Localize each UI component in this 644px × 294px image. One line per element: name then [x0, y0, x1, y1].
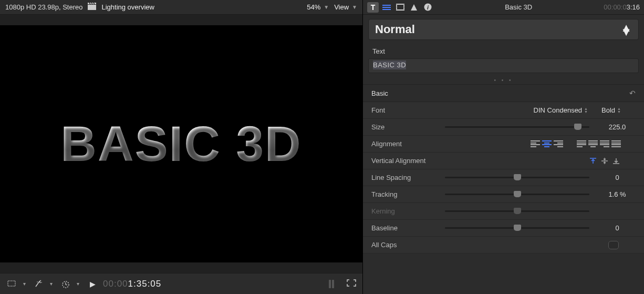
- tracking-label: Tracking: [371, 190, 445, 198]
- text-input[interactable]: BASIC 3D: [368, 58, 639, 73]
- allcaps-row: All Caps: [363, 237, 644, 254]
- size-label: Size: [371, 123, 445, 131]
- kerning-label: Kerning: [371, 207, 445, 215]
- valign-top-icon[interactable]: [588, 157, 598, 165]
- baseline-label: Baseline: [371, 224, 445, 232]
- zoom-value[interactable]: 54%: [307, 3, 320, 11]
- tracking-value[interactable]: 1.6 %: [599, 190, 636, 198]
- inspector-tabs: T i Basic 3D 00:00:03:16: [363, 0, 644, 15]
- justify-center-icon[interactable]: [588, 140, 598, 148]
- canvas-3d-text[interactable]: BASIC 3D: [60, 115, 302, 173]
- svg-rect-15: [397, 4, 397, 5]
- line-spacing-label: Line Spacing: [371, 174, 445, 181]
- font-weight-select[interactable]: Bold ▲▼: [601, 106, 621, 114]
- allcaps-label: All Caps: [371, 241, 445, 249]
- basic-section-header[interactable]: Basic ↶: [363, 84, 644, 102]
- inspector-tc-bright: 3:16: [627, 3, 640, 11]
- svg-marker-23: [411, 4, 417, 11]
- align-left-icon[interactable]: [531, 140, 540, 148]
- svg-point-7: [37, 281, 38, 282]
- baseline-value[interactable]: 0: [599, 224, 636, 232]
- chevron-down-icon[interactable]: ▾: [23, 281, 26, 287]
- svg-rect-17: [397, 7, 397, 8]
- svg-rect-5: [8, 281, 15, 286]
- viewer-canvas[interactable]: BASIC 3D: [0, 25, 362, 262]
- baseline-slider[interactable]: [445, 227, 595, 229]
- view-menu[interactable]: View: [334, 3, 349, 11]
- fullscreen-icon[interactable]: [347, 279, 356, 288]
- effects-tool-icon[interactable]: [33, 279, 45, 289]
- clip-name: Lighting overview: [101, 3, 302, 11]
- allcaps-checkbox[interactable]: [608, 241, 619, 249]
- viewer-bottombar: ▾ ▾ ▾ ▶ 00:001:35:05: [0, 273, 362, 294]
- audio-meter-icon[interactable]: [329, 280, 334, 288]
- font-weight-value: Bold: [601, 106, 615, 114]
- svg-rect-18: [397, 9, 397, 9]
- transform-tool-icon[interactable]: [6, 279, 18, 289]
- retime-tool-icon[interactable]: [60, 279, 71, 289]
- baseline-row: Baseline 0: [363, 220, 644, 237]
- drag-handle-icon[interactable]: • • •: [363, 76, 644, 84]
- alignment-label: Alignment: [371, 140, 445, 148]
- font-row: Font DIN Condensed ▲▼ Bold ▲▼: [363, 102, 644, 119]
- alignment-row: Alignment: [363, 136, 644, 153]
- kerning-slider: [445, 210, 595, 212]
- font-label: Font: [371, 106, 445, 114]
- align-right-icon[interactable]: [554, 140, 563, 148]
- format-label: 1080p HD 23.98p, Stereo: [5, 3, 82, 11]
- chevron-down-icon[interactable]: ▾: [50, 281, 53, 287]
- generator-inspector-tab[interactable]: [408, 2, 420, 13]
- valign-row: Vertical Alignment: [363, 153, 644, 169]
- line-spacing-slider[interactable]: [445, 177, 595, 178]
- font-family-select[interactable]: DIN Condensed ▲▼: [534, 106, 588, 114]
- size-row: Size 225.0: [363, 119, 644, 136]
- text-inspector-tab[interactable]: T: [367, 2, 379, 13]
- font-family-value: DIN Condensed: [534, 106, 583, 114]
- viewer-timecode[interactable]: 00:001:35:05: [103, 278, 161, 289]
- svg-rect-16: [397, 6, 397, 6]
- text-style-select[interactable]: Normal ▲▼: [368, 19, 639, 40]
- valign-middle-icon[interactable]: [600, 157, 609, 165]
- title-inspector-tab[interactable]: [381, 2, 392, 13]
- chevron-down-icon[interactable]: ▼: [352, 4, 357, 10]
- timecode-dim: 00:00: [103, 279, 128, 289]
- video-inspector-tab[interactable]: [394, 2, 406, 13]
- svg-rect-11: [382, 7, 391, 8]
- align-center-icon[interactable]: [542, 140, 552, 148]
- svg-rect-10: [382, 5, 391, 6]
- svg-rect-22: [404, 9, 404, 9]
- section-title: Basic: [371, 89, 629, 97]
- clapperboard-icon: [88, 3, 96, 12]
- svg-rect-20: [404, 6, 404, 6]
- timecode-bright: 1:35:05: [128, 279, 162, 289]
- reset-icon[interactable]: ↶: [629, 89, 636, 97]
- svg-rect-21: [404, 7, 404, 8]
- viewer-topbar: 1080p HD 23.98p, Stereo Lighting overvie…: [0, 0, 362, 15]
- inspector-timecode: 00:00:03:16: [604, 3, 640, 11]
- justify-left-icon[interactable]: [577, 140, 586, 148]
- line-spacing-value[interactable]: 0: [599, 174, 636, 181]
- justify-right-icon[interactable]: [600, 140, 609, 148]
- svg-point-6: [41, 282, 42, 283]
- chevron-down-icon[interactable]: ▾: [77, 281, 79, 287]
- inspector-tc-dim: 00:00:0: [604, 3, 626, 11]
- info-inspector-tab[interactable]: i: [422, 2, 433, 13]
- stepper-icon[interactable]: ▲▼: [620, 26, 632, 34]
- svg-rect-14: [397, 5, 403, 9]
- line-spacing-row: Line Spacing 0: [363, 169, 644, 186]
- tracking-row: Tracking 1.6 %: [363, 186, 644, 203]
- justify-full-icon[interactable]: [611, 140, 621, 148]
- inspector-title: Basic 3D: [435, 3, 601, 11]
- chevron-down-icon[interactable]: ▼: [324, 4, 329, 10]
- play-button[interactable]: ▶: [90, 280, 96, 288]
- svg-rect-12: [382, 9, 391, 10]
- stepper-icon: ▲▼: [617, 107, 621, 114]
- valign-bottom-icon[interactable]: [611, 157, 621, 165]
- size-value[interactable]: 225.0: [599, 123, 636, 131]
- size-slider[interactable]: [445, 126, 595, 128]
- tracking-slider[interactable]: [445, 194, 595, 195]
- stepper-icon: ▲▼: [584, 107, 588, 114]
- text-input-value: BASIC 3D: [373, 60, 406, 69]
- svg-rect-19: [404, 4, 404, 5]
- svg-rect-0: [88, 5, 96, 10]
